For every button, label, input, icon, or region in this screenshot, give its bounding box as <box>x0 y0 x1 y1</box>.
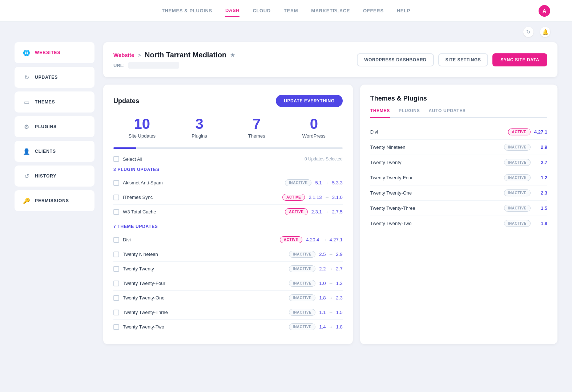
theme-status-badge: ACTIVE <box>508 128 531 135</box>
url-value <box>128 62 179 69</box>
theme-version: 1.5 <box>534 205 547 211</box>
nav-marketplace[interactable]: MARKETPLACE <box>311 5 350 16</box>
nav-themes-plugins[interactable]: THEMES & PLUGINS <box>162 5 212 16</box>
clients-icon: 👤 <box>23 147 31 155</box>
sidebar-label-clients: CLIENTS <box>35 149 56 154</box>
theme-update-item: Twenty Twenty-Four INACTIVE 1.0 → 1.2 <box>113 276 343 291</box>
nav-offers[interactable]: OFFERS <box>363 5 384 16</box>
globe-icon: 🌐 <box>23 49 31 57</box>
plugin-update-item: W3 Total Cache ACTIVE 2.3.1 → 2.7.5 <box>113 205 343 219</box>
theme-status-badge: INACTIVE <box>504 174 531 181</box>
avatar[interactable]: A <box>539 5 550 17</box>
content-area: Website > North Tarrant Mediation ★ URL:… <box>103 42 557 344</box>
plugin-update-item: iThemes Sync ACTIVE 2.1.13 → 3.1.0 <box>113 190 343 205</box>
stat-label-site-updates: Site Updates <box>113 133 171 139</box>
sidebar-label-updates: UPDATES <box>35 75 58 80</box>
theme-update-item: Twenty Nineteen INACTIVE 2.5 → 2.9 <box>113 247 343 262</box>
update-item-checkbox[interactable] <box>113 209 119 215</box>
theme-name: Twenty Twenty-One <box>370 190 500 196</box>
theme-version: 4.27.1 <box>534 129 547 135</box>
theme-update-name: Twenty Twenty-One <box>123 295 285 301</box>
tab-auto-updates[interactable]: AUTO UPDATES <box>428 108 466 118</box>
update-everything-button[interactable]: UPDATE EVERYTHING <box>276 95 343 107</box>
tab-themes[interactable]: THEMES <box>370 108 390 118</box>
theme-update-status-badge: ACTIVE <box>280 236 302 243</box>
top-right-icons: ↻ 🔔 <box>0 22 572 42</box>
theme-update-version: 2.5 → 2.9 <box>319 252 342 257</box>
update-item-checkbox[interactable] <box>113 180 119 186</box>
history-icon: ↺ <box>23 172 31 180</box>
sidebar-item-updates[interactable]: ↻ UPDATES <box>15 67 94 88</box>
plugin-version: 5.1 → 5.3.3 <box>315 180 342 185</box>
theme-update-status-badge: INACTIVE <box>289 280 315 287</box>
update-item-checkbox[interactable] <box>113 281 119 286</box>
themes-plugins-card: Themes & Plugins THEMES PLUGINS AUTO UPD… <box>360 85 557 344</box>
theme-update-status-badge: INACTIVE <box>289 265 315 272</box>
theme-version: 2.9 <box>534 144 547 150</box>
tab-plugins[interactable]: PLUGINS <box>399 108 420 118</box>
stats-row: 10 Site Updates 3 Plugins 7 Themes 0 Wor… <box>113 116 343 139</box>
theme-item: Twenty Twenty-Two INACTIVE 1.8 <box>370 216 547 231</box>
sync-site-data-button[interactable]: SYNC SITE DATA <box>492 53 547 66</box>
notifications-button[interactable]: 🔔 <box>540 27 550 37</box>
stat-plugins: 3 Plugins <box>171 116 228 139</box>
update-item-checkbox[interactable] <box>113 324 119 330</box>
theme-name: Twenty Nineteen <box>370 144 500 150</box>
theme-update-version: 1.8 → 2.3 <box>319 295 342 301</box>
update-item-checkbox[interactable] <box>113 266 119 272</box>
site-header-card: Website > North Tarrant Mediation ★ URL:… <box>103 42 557 77</box>
theme-update-status-badge: INACTIVE <box>289 251 315 258</box>
stat-label-wordpress: WordPress <box>285 133 343 139</box>
sidebar-item-clients[interactable]: 👤 CLIENTS <box>15 141 94 162</box>
plugin-version: 2.3.1 → 2.7.5 <box>311 209 343 215</box>
site-settings-button[interactable]: SITE SETTINGS <box>438 53 488 66</box>
nav-dash[interactable]: DASH <box>225 5 239 17</box>
nav-help[interactable]: HELP <box>397 5 410 16</box>
theme-update-item: Twenty Twenty-Three INACTIVE 1.1 → 1.5 <box>113 305 343 320</box>
theme-update-status-badge: INACTIVE <box>289 309 315 316</box>
stat-number-themes: 7 <box>228 116 285 132</box>
stat-wordpress: 0 WordPress <box>285 116 343 139</box>
theme-item: Divi ACTIVE 4.27.1 <box>370 124 547 140</box>
main-layout: 🌐 WEBSITES ↻ UPDATES ▭ THEMES ⚙ PLUGINS … <box>0 42 572 359</box>
sidebar-item-history[interactable]: ↺ HISTORY <box>15 166 94 187</box>
nav-team[interactable]: TEAM <box>284 5 298 16</box>
sidebar: 🌐 WEBSITES ↻ UPDATES ▭ THEMES ⚙ PLUGINS … <box>15 42 94 344</box>
update-item-checkbox[interactable] <box>113 310 119 315</box>
plugin-status-badge: ACTIVE <box>282 194 305 201</box>
theme-name: Divi <box>370 129 504 135</box>
theme-updates-list: Divi ACTIVE 4.20.4 → 4.27.1 Twenty Ninet… <box>113 233 343 334</box>
progress-bar <box>113 147 343 149</box>
update-item-checkbox[interactable] <box>113 237 119 243</box>
plugin-updates-header: 3 PLUGIN UPDATES <box>113 167 343 172</box>
select-all-checkbox[interactable] <box>113 156 119 162</box>
theme-update-item: Divi ACTIVE 4.20.4 → 4.27.1 <box>113 233 343 247</box>
update-item-checkbox[interactable] <box>113 295 119 301</box>
select-all-row: Select All 0 Updates Selected <box>113 156 343 162</box>
themes-icon: ▭ <box>23 98 31 106</box>
theme-name: Twenty Twenty-Four <box>370 175 500 180</box>
update-item-checkbox[interactable] <box>113 195 119 200</box>
breadcrumb-website[interactable]: Website <box>113 52 134 58</box>
site-url-row: URL: <box>113 62 235 69</box>
wordpress-dashboard-button[interactable]: WORDPRESS DASHBOARD <box>357 53 434 66</box>
nav-cloud[interactable]: CLOUD <box>253 5 270 16</box>
theme-version: 1.8 <box>534 221 547 226</box>
refresh-button[interactable]: ↻ <box>523 27 533 37</box>
update-item-checkbox[interactable] <box>113 252 119 257</box>
refresh-icon: ↻ <box>23 73 31 81</box>
theme-version: 1.2 <box>534 175 547 180</box>
sidebar-item-plugins[interactable]: ⚙ PLUGINS <box>15 116 94 137</box>
theme-item: Twenty Twenty-Three INACTIVE 1.5 <box>370 201 547 216</box>
theme-update-item: Twenty Twenty-One INACTIVE 1.8 → 2.3 <box>113 291 343 305</box>
breadcrumb: Website > North Tarrant Mediation ★ <box>113 51 235 59</box>
sidebar-item-themes[interactable]: ▭ THEMES <box>15 91 94 113</box>
select-all-label: Select All <box>123 156 142 162</box>
star-icon[interactable]: ★ <box>230 52 235 58</box>
theme-item: Twenty Twenty INACTIVE 2.7 <box>370 155 547 170</box>
theme-update-version: 4.20.4 → 4.27.1 <box>306 237 343 242</box>
sidebar-item-websites[interactable]: 🌐 WEBSITES <box>15 42 94 63</box>
updates-header: Updates UPDATE EVERYTHING <box>113 95 343 107</box>
sidebar-item-permissions[interactable]: 🔑 PERMISSIONS <box>15 190 94 211</box>
theme-update-version: 1.0 → 1.2 <box>319 281 342 286</box>
